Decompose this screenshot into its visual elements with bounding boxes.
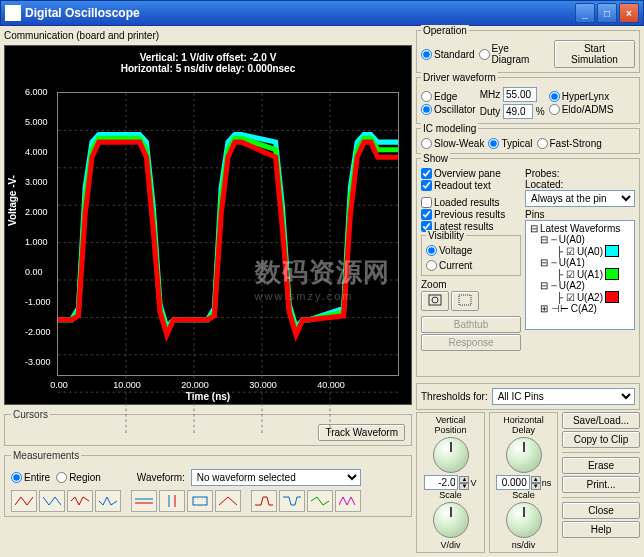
zoom-fit-icon — [428, 294, 442, 306]
hyperlynx-radio[interactable]: HyperLynx — [549, 91, 614, 102]
thresholds-select[interactable]: All IC Pins — [492, 388, 635, 405]
ytick: 5.000 — [25, 117, 48, 127]
close-button[interactable]: × — [619, 3, 639, 23]
current-radio[interactable]: Current — [426, 260, 472, 271]
show-group: Show Overview pane Readout text Loaded r… — [416, 158, 640, 377]
waveform-label: Waveform: — [137, 472, 185, 483]
vertical-scale-knob[interactable] — [433, 502, 469, 538]
ytick: 3.000 — [25, 177, 48, 187]
driver-waveform-group: Driver waveform Edge Oscillator MHz Duty… — [416, 77, 640, 124]
meas-icon[interactable] — [67, 490, 93, 512]
meas-icon[interactable] — [307, 490, 333, 512]
meas-icon[interactable] — [215, 490, 241, 512]
pins-tree[interactable]: ⊟ Latest Waveforms ⊟ ⎓ U(A0) ├ ☑ U(A0) ⊟… — [525, 220, 635, 330]
save-load-button[interactable]: Save/Load... — [562, 412, 640, 429]
vertical-position-group: Vertical Position ▲▼ V Scale V/div — [416, 412, 485, 553]
meas-icon[interactable] — [95, 490, 121, 512]
app-icon — [5, 5, 21, 21]
ytick: 6.000 — [25, 87, 48, 97]
meas-icon[interactable] — [159, 490, 185, 512]
scope-header-vertical: Vertical: 1 V/div offset: -2.0 V — [11, 52, 405, 63]
titlebar: Digital Oscilloscope _ □ × — [0, 0, 644, 26]
zoom-region-icon — [458, 294, 472, 306]
start-simulation-button[interactable]: Start Simulation — [554, 40, 635, 68]
cursors-legend: Cursors — [11, 409, 50, 420]
zoom-region-button[interactable] — [451, 291, 479, 311]
typical-radio[interactable]: Typical — [488, 138, 532, 149]
minimize-button[interactable]: _ — [575, 3, 595, 23]
meas-icon[interactable] — [39, 490, 65, 512]
comm-label: Communication (board and printer) — [4, 30, 159, 41]
ytick: 0.00 — [25, 267, 43, 277]
svg-rect-16 — [193, 497, 207, 505]
ytick: -2.000 — [25, 327, 51, 337]
waveform-select[interactable]: No waveform selected — [191, 469, 361, 486]
zoom-fit-button[interactable] — [421, 291, 449, 311]
vpos-up[interactable]: ▲ — [459, 476, 469, 483]
located-select[interactable]: Always at the pin — [525, 190, 635, 207]
wave-u-a2 — [58, 142, 398, 335]
measurements-legend: Measurements — [11, 450, 81, 461]
entire-radio[interactable]: Entire — [11, 472, 50, 483]
oscillator-radio[interactable]: Oscillator — [421, 104, 476, 115]
ic-modeling-group: IC modeling Slow-Weak Typical Fast-Stron… — [416, 128, 640, 154]
ytick: -3.000 — [25, 357, 51, 367]
y-axis-label: Voltage -V- — [7, 175, 18, 226]
meas-icon[interactable] — [131, 490, 157, 512]
window-title: Digital Oscilloscope — [25, 6, 575, 20]
waveforms — [58, 93, 398, 433]
duty-input[interactable] — [503, 104, 533, 119]
oscilloscope-display: Vertical: 1 V/div offset: -2.0 V Horizon… — [4, 45, 412, 405]
horizontal-scale-knob[interactable] — [506, 502, 542, 538]
loaded-results-check[interactable]: Loaded results — [421, 197, 521, 208]
help-button[interactable]: Help — [562, 521, 640, 538]
fast-strong-radio[interactable]: Fast-Strong — [537, 138, 602, 149]
meas-icon[interactable] — [251, 490, 277, 512]
edge-radio[interactable]: Edge — [421, 91, 476, 102]
meas-icon[interactable] — [335, 490, 361, 512]
scope-plot — [57, 92, 399, 376]
measurements-group: Measurements Entire Region Waveform: No … — [4, 450, 412, 517]
eye-diagram-radio[interactable]: Eye Diagram — [479, 43, 546, 65]
meas-icon[interactable] — [11, 490, 37, 512]
region-radio[interactable]: Region — [56, 472, 101, 483]
eldo-radio[interactable]: Eldo/ADMS — [549, 104, 614, 115]
ytick: 4.000 — [25, 147, 48, 157]
bathtub-button: Bathtub — [421, 316, 521, 333]
hdelay-input[interactable] — [496, 475, 530, 490]
print-button[interactable]: Print... — [562, 476, 640, 493]
overview-check[interactable]: Overview pane — [421, 168, 521, 179]
meas-icon[interactable] — [279, 490, 305, 512]
copy-clip-button[interactable]: Copy to Clip — [562, 431, 640, 448]
vpos-down[interactable]: ▼ — [459, 483, 469, 490]
meas-icon[interactable] — [187, 490, 213, 512]
mhz-input[interactable] — [503, 87, 537, 102]
ytick: 2.000 — [25, 207, 48, 217]
ytick: -1.000 — [25, 297, 51, 307]
previous-results-check[interactable]: Previous results — [421, 209, 521, 220]
erase-button[interactable]: Erase — [562, 457, 640, 474]
maximize-button[interactable]: □ — [597, 3, 617, 23]
response-button: Response — [421, 334, 521, 351]
horizontal-delay-group: Horizontal Delay ▲▼ ns Scale ns/div — [489, 412, 558, 553]
close-dialog-button[interactable]: Close — [562, 502, 640, 519]
hdelay-down[interactable]: ▼ — [531, 483, 541, 490]
svg-rect-19 — [459, 295, 471, 305]
thresholds-group: Thresholds for: All IC Pins — [416, 383, 640, 410]
scope-header-horizontal: Horizontal: 5 ns/div delay: 0.000nsec — [11, 63, 405, 74]
hdelay-up[interactable]: ▲ — [531, 476, 541, 483]
operation-group: Operation Standard Eye Diagram Start Sim… — [416, 30, 640, 73]
vpos-input[interactable] — [424, 475, 458, 490]
ytick: 1.000 — [25, 237, 48, 247]
vertical-knob[interactable] — [433, 437, 469, 473]
voltage-radio[interactable]: Voltage — [426, 245, 472, 256]
slow-weak-radio[interactable]: Slow-Weak — [421, 138, 484, 149]
horizontal-knob[interactable] — [506, 437, 542, 473]
svg-point-18 — [432, 297, 438, 303]
standard-radio[interactable]: Standard — [421, 49, 475, 60]
readout-check[interactable]: Readout text — [421, 180, 521, 191]
measurement-icons — [11, 490, 405, 512]
